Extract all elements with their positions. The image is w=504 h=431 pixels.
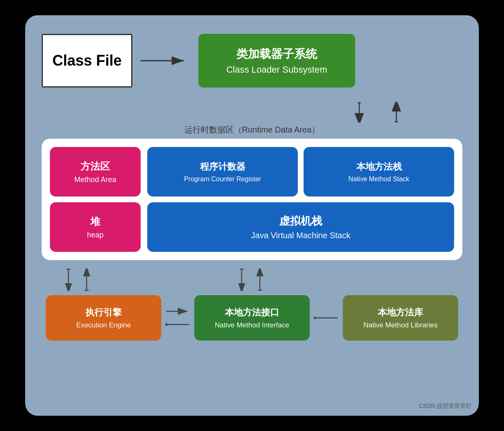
top-row: 程序计数器 Program Counter Register 本地方法栈 Nat… xyxy=(147,147,454,197)
class-file-box: Class File xyxy=(42,34,132,88)
class-loader-en: Class Loader Subsystem xyxy=(226,64,327,75)
jvm-stack-box: 虚拟机栈 Java Virtual Machine Stack xyxy=(147,202,454,252)
bottom-section: 执行引擎 Execution Engine xyxy=(42,295,462,341)
execution-engine-en: Execution Engine xyxy=(76,321,131,329)
native-interface-zh: 本地方法接口 xyxy=(225,306,279,319)
top-section: Class File 类加载器子系统 Class Loader Subsyste… xyxy=(42,28,462,94)
cl-up-arrow xyxy=(388,102,409,123)
execution-engine-zh: 执行引擎 xyxy=(85,306,122,319)
native-libraries-box: 本地方法库 Native Method Libraries xyxy=(343,295,458,341)
class-file-label: Class File xyxy=(52,52,122,69)
program-counter-box: 程序计数器 Program Counter Register xyxy=(147,147,298,197)
left-column: 方法区 Method Area 堆 heap xyxy=(50,147,141,252)
jvm-stack-zh: 虚拟机栈 xyxy=(279,214,322,228)
method-area-zh: 方法区 xyxy=(80,160,110,173)
jvm-stack-en: Java Virtual Machine Stack xyxy=(251,231,351,240)
left-arrows xyxy=(62,268,93,291)
between-arrows-right xyxy=(314,313,339,322)
heap-en: heap xyxy=(87,231,104,239)
class-file-arrow xyxy=(141,52,190,69)
class-loader-zh: 类加载器子系统 xyxy=(236,46,317,62)
runtime-label: 运行时数据区（Runtime Data Area） xyxy=(42,124,462,135)
native-libraries-zh: 本地方法库 xyxy=(378,306,423,319)
native-method-stack-box: 本地方法栈 Native Method Stack xyxy=(304,147,454,197)
program-counter-en: Program Counter Register xyxy=(184,175,261,183)
cl-down-arrow xyxy=(351,102,372,123)
runtime-inner: 方法区 Method Area 堆 heap 程序计数器 Program Cou… xyxy=(50,147,454,252)
method-area-box: 方法区 Method Area xyxy=(50,147,141,197)
right-column: 程序计数器 Program Counter Register 本地方法栈 Nat… xyxy=(147,147,454,252)
main-diagram: Class File 类加载器子系统 Class Loader Subsyste… xyxy=(25,15,479,416)
center-arrows xyxy=(236,268,266,291)
native-method-stack-zh: 本地方法栈 xyxy=(356,161,402,173)
watermark: CSDN @厉害哥哥吖 xyxy=(419,403,471,410)
native-interface-box: 本地方法接口 Native Method Interface xyxy=(194,295,310,341)
execution-engine-box: 执行引擎 Execution Engine xyxy=(46,295,161,341)
runtime-area: 方法区 Method Area 堆 heap 程序计数器 Program Cou… xyxy=(42,139,462,260)
between-arrows-left xyxy=(165,307,190,329)
native-interface-en: Native Method Interface xyxy=(215,321,289,329)
program-counter-zh: 程序计数器 xyxy=(200,161,245,173)
native-libraries-en: Native Method Libraries xyxy=(363,321,438,329)
method-area-en: Method Area xyxy=(74,175,116,184)
native-method-stack-en: Native Method Stack xyxy=(349,175,410,183)
heap-zh: 堆 xyxy=(90,215,100,228)
heap-box: 堆 heap xyxy=(50,202,141,252)
class-loader-box: 类加载器子系统 Class Loader Subsystem xyxy=(198,34,355,88)
